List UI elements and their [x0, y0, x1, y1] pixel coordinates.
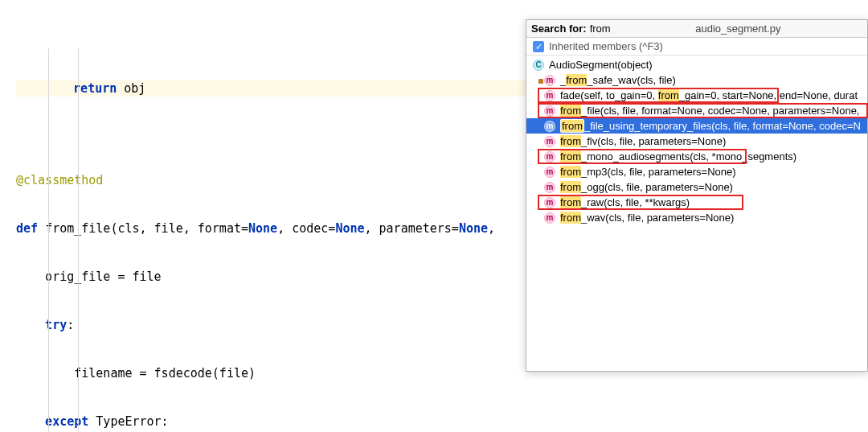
search-for-label: Search for:: [531, 23, 587, 35]
result-label: from_flv(cls, file, parameters=None): [560, 135, 726, 147]
method-icon: m: [544, 151, 555, 163]
result-method[interactable]: m_from_safe_wav(cls, file): [526, 72, 867, 88]
method-icon: m: [544, 75, 555, 86]
result-label: _from_safe_wav(cls, file): [560, 74, 676, 86]
result-label: from_mono_audiosegments(cls, *mono_segme…: [560, 150, 796, 163]
structure-popup: Search for: from audio_segment.py ✓ Inhe…: [526, 19, 868, 372]
result-method[interactable]: mfrom_file_using_temporary_files(cls, fi…: [526, 118, 867, 134]
result-label: from_mp3(cls, file, parameters=None): [560, 166, 736, 178]
result-label: from_file_using_temporary_files(cls, fil…: [560, 120, 861, 132]
checkbox-checked-icon[interactable]: ✓: [533, 41, 544, 52]
result-class[interactable]: C AudioSegment(object): [526, 57, 867, 72]
result-method[interactable]: mfrom_raw(cls, file, **kwargs): [526, 195, 867, 210]
method-icon: m: [544, 197, 555, 208]
result-method[interactable]: mfrom_ogg(cls, file, parameters=None): [526, 179, 867, 195]
method-icon: m: [544, 167, 555, 178]
search-term: from: [590, 23, 611, 35]
popup-filename: audio_segment.py: [614, 23, 862, 35]
result-label: AudioSegment(object): [549, 59, 653, 71]
result-method[interactable]: mfrom_mono_audiosegments(cls, *mono_segm…: [526, 149, 867, 164]
result-label: fade(self, to_gain=0, from_gain=0, start…: [560, 89, 858, 101]
result-method[interactable]: mfrom_file(cls, file, format=None, codec…: [526, 103, 867, 118]
result-method[interactable]: mfrom_wav(cls, file, parameters=None): [526, 210, 867, 225]
inherited-members-label: Inherited members (^F3): [549, 40, 663, 52]
class-icon: C: [533, 60, 544, 71]
result-method[interactable]: mfade(self, to_gain=0, from_gain=0, star…: [526, 88, 867, 103]
result-label: from_ogg(cls, file, parameters=None): [560, 181, 733, 193]
method-icon: m: [544, 212, 555, 224]
popup-header: Search for: from audio_segment.py: [526, 20, 867, 38]
popup-results: C AudioSegment(object) m_from_safe_wav(c…: [526, 56, 867, 227]
result-label: from_raw(cls, file, **kwargs): [560, 196, 690, 208]
method-icon: m: [544, 136, 555, 147]
result-method[interactable]: mfrom_flv(cls, file, parameters=None): [526, 134, 867, 149]
method-icon: m: [544, 121, 555, 132]
code-line: except TypeError:: [16, 413, 868, 430]
method-icon: m: [544, 105, 555, 117]
result-label: from_file(cls, file, format=None, codec=…: [560, 105, 859, 117]
method-icon: m: [544, 182, 555, 193]
result-label: from_wav(cls, file, parameters=None): [560, 212, 734, 224]
inherited-members-row[interactable]: ✓ Inherited members (^F3): [526, 38, 867, 56]
result-method[interactable]: mfrom_mp3(cls, file, parameters=None): [526, 164, 867, 179]
method-icon: m: [544, 90, 555, 101]
